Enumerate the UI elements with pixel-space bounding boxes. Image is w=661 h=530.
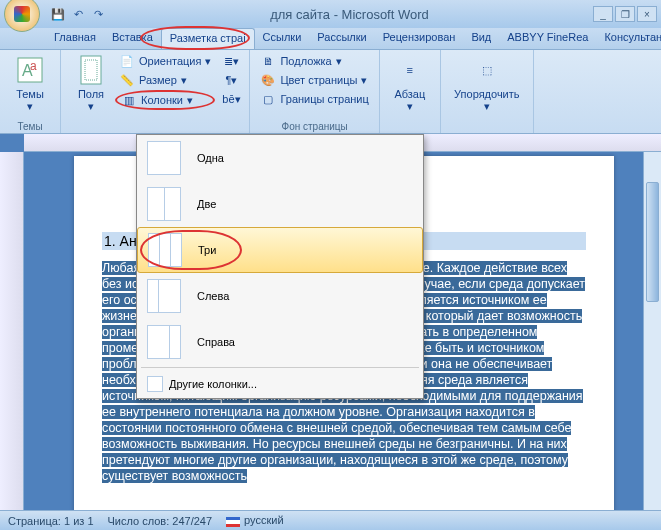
line-numbers-icon: ¶▾ bbox=[223, 72, 239, 88]
status-bar: Страница: 1 из 1 Число слов: 247/247 рус… bbox=[0, 510, 661, 530]
tab-abbyy[interactable]: ABBYY FineRea bbox=[499, 28, 596, 49]
undo-icon[interactable]: ↶ bbox=[70, 6, 86, 22]
arrange-button[interactable]: ⬚ Упорядочить ▾ bbox=[447, 52, 527, 113]
columns-option-one[interactable]: Одна bbox=[137, 135, 423, 181]
group-arrange: ⬚ Упорядочить ▾ bbox=[441, 50, 534, 133]
size-button[interactable]: 📏Размер ▾ bbox=[115, 71, 215, 89]
title-bar: 💾 ↶ ↷ для сайта - Microsoft Word _ ❐ × bbox=[0, 0, 661, 28]
tab-view[interactable]: Вид bbox=[463, 28, 499, 49]
columns-label: Колонки bbox=[141, 94, 183, 106]
page-borders-button[interactable]: ▢Границы страниц bbox=[256, 90, 372, 108]
group-background-label: Фон страницы bbox=[256, 120, 372, 133]
group-background: 🗎Подложка ▾ 🎨Цвет страницы ▾ ▢Границы ст… bbox=[250, 50, 379, 133]
status-word-count[interactable]: Число слов: 247/247 bbox=[108, 515, 213, 527]
tab-page-layout[interactable]: Разметка страі bbox=[161, 28, 255, 49]
tab-home[interactable]: Главная bbox=[46, 28, 104, 49]
page-color-label: Цвет страницы bbox=[280, 74, 357, 86]
arrange-label: Упорядочить bbox=[454, 88, 519, 100]
columns-option-three[interactable]: Три bbox=[137, 227, 423, 273]
columns-icon: ▥ bbox=[121, 92, 137, 108]
chevron-down-icon: ▾ bbox=[484, 100, 490, 113]
ribbon: Aa Темы ▾ Темы Поля ▾ 📄Ориентация ▾ 📏Раз… bbox=[0, 50, 661, 134]
orientation-icon: 📄 bbox=[119, 53, 135, 69]
columns-option-label: Две bbox=[197, 198, 216, 210]
ribbon-tabs: Главная Вставка Разметка страі Ссылки Ра… bbox=[0, 28, 661, 50]
columns-button[interactable]: ▥Колонки ▾ bbox=[115, 90, 215, 110]
arrange-icon: ⬚ bbox=[471, 54, 503, 86]
margins-button[interactable]: Поля ▾ bbox=[67, 52, 115, 133]
page-borders-icon: ▢ bbox=[260, 91, 276, 107]
window-title: для сайта - Microsoft Word bbox=[106, 7, 593, 22]
columns-option-label: Три bbox=[198, 244, 216, 256]
status-page[interactable]: Страница: 1 из 1 bbox=[8, 515, 94, 527]
vertical-ruler[interactable] bbox=[0, 152, 24, 510]
status-language[interactable]: русский bbox=[226, 514, 283, 526]
vertical-scrollbar[interactable] bbox=[643, 152, 661, 510]
margins-label: Поля bbox=[78, 88, 104, 100]
close-button[interactable]: × bbox=[637, 6, 657, 22]
columns-option-label: Справа bbox=[197, 336, 235, 348]
tab-consultant[interactable]: КонсультантП bbox=[596, 28, 661, 49]
orientation-button[interactable]: 📄Ориентация ▾ bbox=[115, 52, 215, 70]
page-color-button[interactable]: 🎨Цвет страницы ▾ bbox=[256, 71, 372, 89]
hyphenation-icon: bē▾ bbox=[223, 91, 239, 107]
line-numbers-button[interactable]: ¶▾ bbox=[219, 71, 243, 89]
tab-review[interactable]: Рецензирован bbox=[375, 28, 464, 49]
dropdown-separator bbox=[141, 367, 419, 368]
quick-access-toolbar: 💾 ↶ ↷ bbox=[50, 6, 106, 22]
group-themes: Aa Темы ▾ Темы bbox=[0, 50, 61, 133]
columns-more-button[interactable]: Другие колонки... bbox=[137, 370, 423, 398]
group-themes-label: Темы bbox=[6, 120, 54, 133]
tab-references[interactable]: Ссылки bbox=[255, 28, 310, 49]
page-borders-label: Границы страниц bbox=[280, 93, 368, 105]
tab-insert[interactable]: Вставка bbox=[104, 28, 161, 49]
maximize-button[interactable]: ❐ bbox=[615, 6, 635, 22]
paragraph-label: Абзац bbox=[394, 88, 425, 100]
minimize-button[interactable]: _ bbox=[593, 6, 613, 22]
columns-option-two[interactable]: Две bbox=[137, 181, 423, 227]
breaks-icon: ≣▾ bbox=[223, 53, 239, 69]
breaks-button[interactable]: ≣▾ bbox=[219, 52, 243, 70]
watermark-button[interactable]: 🗎Подложка ▾ bbox=[256, 52, 372, 70]
tab-mailings[interactable]: Рассылки bbox=[309, 28, 374, 49]
paragraph-button[interactable]: ≡ Абзац ▾ bbox=[386, 52, 434, 113]
group-paragraph: ≡ Абзац ▾ bbox=[380, 50, 441, 133]
orientation-label: Ориентация bbox=[139, 55, 201, 67]
themes-label: Темы bbox=[16, 88, 44, 100]
size-label: Размер bbox=[139, 74, 177, 86]
columns-option-left[interactable]: Слева bbox=[137, 273, 423, 319]
columns-dropdown: Одна Две Три Слева Справа Другие колонки… bbox=[136, 134, 424, 399]
watermark-label: Подложка bbox=[280, 55, 331, 67]
paragraph-icon: ≡ bbox=[394, 54, 426, 86]
columns-option-label: Одна bbox=[197, 152, 224, 164]
columns-more-label: Другие колонки... bbox=[169, 378, 257, 390]
themes-icon: Aa bbox=[14, 54, 46, 86]
scrollbar-thumb[interactable] bbox=[646, 182, 659, 302]
chevron-down-icon: ▾ bbox=[27, 100, 33, 113]
hyphenation-button[interactable]: bē▾ bbox=[219, 90, 243, 108]
svg-text:a: a bbox=[30, 59, 37, 73]
redo-icon[interactable]: ↷ bbox=[90, 6, 106, 22]
themes-button[interactable]: Aa Темы ▾ bbox=[6, 52, 54, 113]
group-page-setup: Поля ▾ 📄Ориентация ▾ 📏Размер ▾ ▥Колонки … bbox=[61, 50, 250, 133]
watermark-icon: 🗎 bbox=[260, 53, 276, 69]
page-color-icon: 🎨 bbox=[260, 72, 276, 88]
margins-icon bbox=[75, 54, 107, 86]
chevron-down-icon: ▾ bbox=[407, 100, 413, 113]
size-icon: 📏 bbox=[119, 72, 135, 88]
chevron-down-icon: ▾ bbox=[88, 100, 94, 113]
columns-option-label: Слева bbox=[197, 290, 229, 302]
columns-option-right[interactable]: Справа bbox=[137, 319, 423, 365]
save-icon[interactable]: 💾 bbox=[50, 6, 66, 22]
